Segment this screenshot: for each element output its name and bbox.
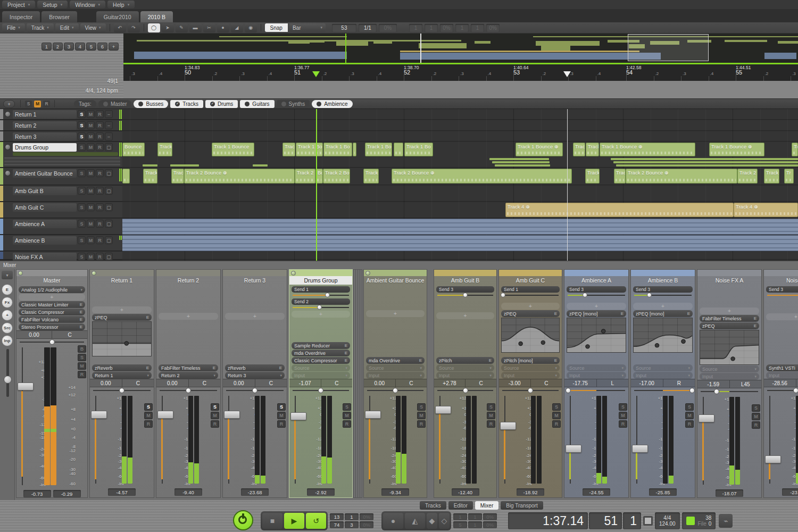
track-solo-button[interactable]: S bbox=[78, 220, 86, 228]
track-row[interactable]: Amb Guit BSMR▢ bbox=[0, 186, 122, 202]
send-slider-handle[interactable] bbox=[501, 293, 505, 297]
source-dropdown[interactable]: Source▾ bbox=[366, 364, 425, 371]
stop-button[interactable]: ■ bbox=[262, 513, 282, 529]
eq-graph[interactable] bbox=[633, 318, 693, 353]
transport-field[interactable]: 1 bbox=[468, 513, 482, 520]
audio-region[interactable]: Track 1 Bo bbox=[365, 143, 392, 156]
record-arm-icon[interactable] bbox=[92, 271, 96, 276]
channel-r-button[interactable]: R bbox=[343, 420, 351, 428]
pan-handle[interactable] bbox=[689, 388, 695, 393]
track-solo-button[interactable]: S bbox=[78, 110, 86, 118]
fader-handle[interactable] bbox=[18, 383, 34, 390]
tag-filter-guitars[interactable]: Guitars bbox=[240, 100, 274, 108]
bottom-tab-tracks[interactable]: Tracks bbox=[420, 501, 446, 510]
pan-slider[interactable] bbox=[499, 387, 562, 394]
plugin-enable-button[interactable]: E bbox=[489, 358, 492, 363]
grid-button-6[interactable]: 6 bbox=[97, 43, 107, 51]
range-field[interactable]: 1 bbox=[425, 24, 438, 32]
channel-r-button[interactable]: R bbox=[487, 420, 495, 428]
input-dropdown[interactable]: Input▾ bbox=[436, 372, 494, 379]
track-record-button[interactable]: R bbox=[96, 132, 104, 140]
gain-value[interactable]: -17.75 bbox=[564, 379, 597, 387]
toolbar-menu-view[interactable]: View▾ bbox=[80, 23, 106, 32]
send-slider-handle[interactable] bbox=[647, 293, 652, 297]
channel-s-button[interactable]: S bbox=[343, 403, 351, 411]
plugin-slot[interactable]: zPitch [mono]E bbox=[501, 357, 560, 364]
track-mute-button[interactable]: M bbox=[87, 187, 95, 195]
loop-button[interactable]: ↺ bbox=[306, 513, 326, 529]
send-slider-handle[interactable] bbox=[463, 293, 468, 297]
audio-region[interactable]: Track bbox=[585, 169, 600, 184]
send-slider-handle[interactable] bbox=[325, 293, 330, 297]
range-field[interactable]: 0% bbox=[486, 24, 500, 32]
time-sig-tempo[interactable]: 4/4124.00 bbox=[655, 512, 680, 529]
pan-slider[interactable] bbox=[697, 388, 761, 395]
send-slider[interactable] bbox=[436, 293, 494, 298]
pan-handle[interactable] bbox=[566, 388, 571, 393]
range-field[interactable]: 0% bbox=[440, 24, 453, 32]
metronome-button[interactable]: ◭ bbox=[405, 513, 425, 529]
grid-button-+[interactable]: + bbox=[109, 43, 119, 51]
range-field[interactable]: 1 bbox=[455, 24, 469, 32]
audio-region[interactable]: Track 1 Bo bbox=[404, 143, 433, 156]
track-mute-button[interactable]: M bbox=[87, 121, 95, 129]
track-solo-button[interactable]: S bbox=[78, 169, 86, 177]
redo-button[interactable]: ↷ bbox=[128, 23, 140, 32]
channel-m-button[interactable]: M bbox=[685, 412, 694, 419]
fader-handle[interactable] bbox=[157, 411, 173, 419]
channel-r-button[interactable]: R bbox=[752, 421, 760, 429]
add-plugin-button[interactable]: + bbox=[501, 303, 560, 310]
tag-filter-drums[interactable]: ✓Drums bbox=[205, 100, 238, 108]
audio-region[interactable]: Track 4 ⊕ bbox=[734, 203, 798, 217]
send-slider[interactable] bbox=[292, 305, 350, 310]
fader-handle[interactable] bbox=[632, 445, 648, 453]
audio-region[interactable]: Track 1 Bounce ⊕ bbox=[600, 143, 695, 156]
pan-handle[interactable] bbox=[714, 389, 719, 394]
bar-display[interactable]: 51 bbox=[589, 512, 622, 529]
pan-value[interactable]: C bbox=[189, 379, 221, 387]
position-field[interactable]: 0% bbox=[379, 24, 397, 32]
record-arm-icon[interactable] bbox=[5, 170, 11, 176]
audio-region[interactable]: Track 1 Bo bbox=[296, 143, 323, 156]
route-dropdown[interactable]: Return 1▾ bbox=[92, 372, 152, 379]
input-dropdown[interactable]: Input▾ bbox=[700, 373, 759, 380]
audio-region[interactable]: Track 2 Bo bbox=[323, 169, 350, 184]
channel-m-button[interactable]: M bbox=[343, 412, 351, 419]
output-dropdown[interactable]: Analog 1/2 Audiophile▾ bbox=[19, 286, 85, 293]
audio-region[interactable]: Track 4 ⊕ bbox=[505, 203, 734, 217]
project-tab[interactable]: Guitar2010 bbox=[96, 11, 139, 22]
pan-handle[interactable] bbox=[793, 388, 798, 393]
track-record-button[interactable]: R bbox=[96, 121, 104, 129]
audition-tool[interactable]: ◉ bbox=[245, 23, 257, 32]
grid-button-2[interactable]: 2 bbox=[53, 43, 63, 51]
transport-field[interactable]: 74 bbox=[330, 521, 344, 528]
rail-src-button[interactable]: Src bbox=[2, 322, 13, 334]
pan-value[interactable]: C bbox=[255, 379, 287, 387]
audio-region[interactable]: Track 1 Bounce ⊕ bbox=[709, 143, 764, 156]
audio-region[interactable] bbox=[353, 143, 356, 156]
channel-s-button[interactable]: S bbox=[144, 403, 153, 411]
track-record-button[interactable]: R bbox=[96, 169, 104, 177]
add-plugin-button[interactable]: + bbox=[292, 311, 350, 318]
send-slider[interactable] bbox=[766, 293, 798, 298]
track-fold-button[interactable]: ▢ bbox=[105, 236, 113, 244]
arrange-row[interactable] bbox=[122, 186, 798, 202]
minimap-viewport[interactable] bbox=[628, 34, 709, 61]
fader-handle[interactable] bbox=[566, 445, 581, 453]
track-mute-button[interactable]: M bbox=[87, 110, 95, 118]
plugin-enable-button[interactable]: E bbox=[80, 325, 82, 329]
power-button[interactable] bbox=[233, 510, 253, 530]
gain-value[interactable]: -1.07 bbox=[289, 379, 321, 387]
audio-region[interactable]: Tr bbox=[792, 143, 798, 156]
gain-value[interactable]: -28.56 bbox=[764, 379, 796, 387]
plugin-enable-button[interactable]: E bbox=[345, 358, 347, 363]
play-button[interactable]: ▶ bbox=[284, 513, 304, 529]
track-row[interactable]: Ambience BSMR▢ bbox=[0, 235, 122, 251]
fader-handle[interactable] bbox=[500, 422, 516, 430]
track-solo-button[interactable]: S bbox=[78, 187, 86, 195]
pan-slider[interactable] bbox=[90, 387, 154, 394]
track-solo-button[interactable]: S bbox=[78, 121, 86, 129]
rail-slider-knob[interactable] bbox=[4, 376, 12, 384]
grid-button-5[interactable]: 5 bbox=[86, 43, 96, 51]
audio-region[interactable]: Bounce bbox=[122, 143, 145, 156]
